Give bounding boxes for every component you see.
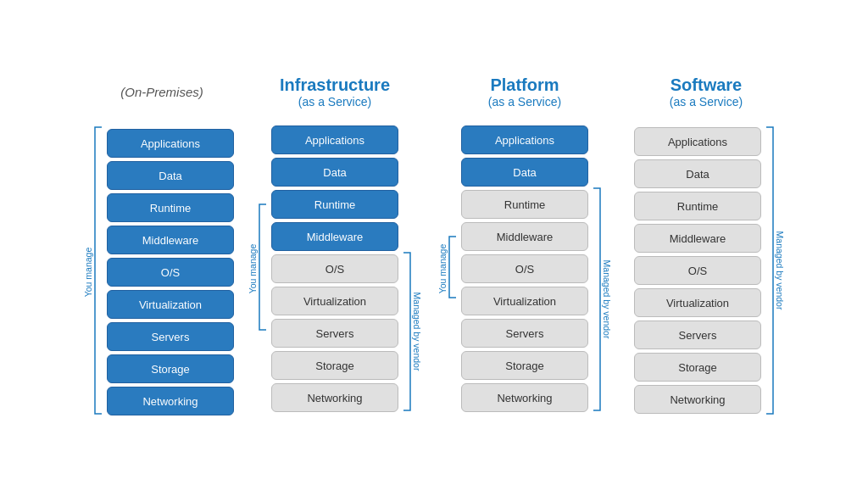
col-header-saas: Software (as a Service): [670, 66, 743, 117]
item-saas-applications: Applications: [634, 127, 761, 156]
item-saas-os: O/S: [634, 256, 761, 285]
col-header-on-premises: (On-Premises): [120, 66, 203, 117]
column-iaas: Infrastructure (as a Service) You manage…: [254, 66, 415, 412]
stack-paas: Applications Data Runtime Middleware O/S…: [461, 125, 588, 412]
item-paas-applications: Applications: [461, 125, 588, 154]
item-saas-storage: Storage: [634, 353, 761, 382]
you-manage-label-paas: You manage: [437, 244, 448, 294]
item-networking: Networking: [107, 387, 234, 415]
item-iaas-applications: Applications: [271, 125, 398, 154]
col-title-paas: Platform: [490, 75, 559, 95]
col-subtitle-saas: (as a Service): [670, 95, 743, 109]
col-title-saas: Software: [670, 75, 742, 95]
item-saas-virtualization: Virtualization: [634, 288, 761, 317]
item-paas-servers: Servers: [461, 319, 588, 348]
item-iaas-runtime: Runtime: [271, 190, 398, 219]
item-iaas-servers: Servers: [271, 319, 398, 348]
item-iaas-os: O/S: [271, 254, 398, 283]
item-iaas-middleware: Middleware: [271, 222, 398, 251]
item-data: Data: [107, 161, 234, 190]
column-on-premises: (On-Premises) You manage Applications Da…: [90, 66, 234, 419]
item-saas-runtime: Runtime: [634, 192, 761, 220]
item-paas-runtime: Runtime: [461, 190, 588, 219]
item-paas-networking: Networking: [461, 383, 588, 412]
item-servers: Servers: [107, 322, 234, 351]
item-iaas-virtualization: Virtualization: [271, 287, 398, 315]
you-manage-label-iaas: You manage: [248, 244, 258, 294]
item-paas-os: O/S: [461, 254, 588, 283]
stack-iaas: Applications Data Runtime Middleware O/S…: [271, 125, 398, 412]
vendor-label-paas: Managed by vendor: [602, 260, 612, 339]
item-iaas-networking: Networking: [271, 383, 398, 412]
item-paas-virtualization: Virtualization: [461, 287, 588, 315]
item-virtualization: Virtualization: [107, 290, 234, 319]
col-header-iaas: Infrastructure (as a Service): [280, 66, 390, 117]
vendor-label-iaas: Managed by vendor: [412, 293, 422, 371]
item-paas-storage: Storage: [461, 351, 588, 380]
item-iaas-storage: Storage: [271, 351, 398, 380]
col-subtitle-paas: (as a Service): [488, 95, 561, 109]
item-middleware: Middleware: [107, 226, 234, 254]
item-saas-data: Data: [634, 159, 761, 188]
vendor-label-saas: Managed by vendor: [775, 231, 785, 310]
you-manage-label-on-prem: You manage: [83, 248, 93, 298]
item-applications: Applications: [107, 129, 234, 158]
col-subtitle-iaas: (as a Service): [298, 95, 371, 109]
diagram: (On-Premises) You manage Applications Da…: [68, 58, 800, 427]
stack-on-premises: Applications Data Runtime Middleware O/S…: [107, 129, 234, 415]
item-saas-middleware: Middleware: [634, 224, 761, 253]
item-iaas-data: Data: [271, 158, 398, 187]
item-storage: Storage: [107, 354, 234, 383]
column-paas: Platform (as a Service) You manage Appli…: [444, 66, 605, 412]
col-title-iaas: Infrastructure: [280, 75, 390, 95]
col-header-paas: Platform (as a Service): [488, 66, 561, 117]
item-saas-networking: Networking: [634, 385, 761, 414]
item-os: O/S: [107, 258, 234, 287]
item-paas-middleware: Middleware: [461, 222, 588, 251]
stack-saas: Applications Data Runtime Middleware O/S…: [634, 127, 761, 414]
item-runtime: Runtime: [107, 193, 234, 222]
item-saas-servers: Servers: [634, 321, 761, 349]
item-paas-data: Data: [461, 158, 588, 187]
column-saas: Software (as a Service) Applications Dat…: [634, 66, 778, 415]
col-title-on-premises: (On-Premises): [120, 85, 203, 99]
